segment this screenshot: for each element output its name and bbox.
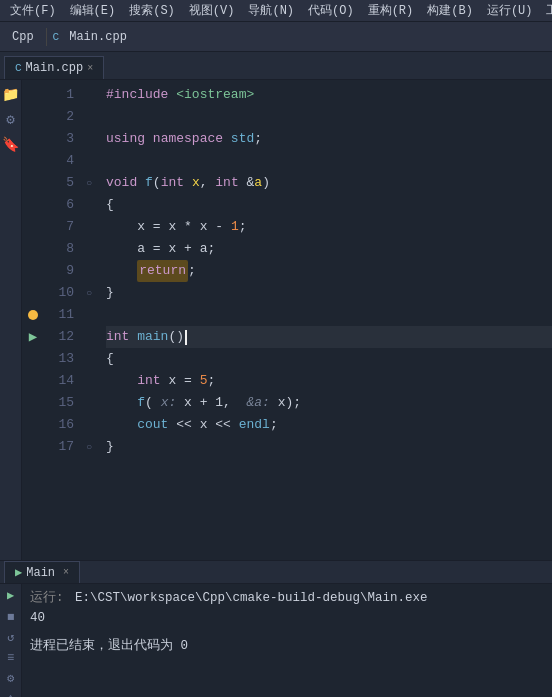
breakpoint-dot bbox=[28, 310, 38, 320]
brace-open-2: { bbox=[106, 348, 114, 370]
fold-empty-6 bbox=[82, 194, 96, 216]
run-icon: ▶ bbox=[15, 565, 22, 580]
sidebar-bookmark-icon[interactable]: 🔖 bbox=[0, 134, 21, 155]
menu-view[interactable]: 视图(V) bbox=[183, 0, 241, 21]
gutter-11 bbox=[22, 304, 44, 326]
output-value: 40 bbox=[30, 611, 45, 625]
fold-icon-5[interactable]: ○ bbox=[82, 172, 96, 194]
main-function: main bbox=[137, 326, 168, 348]
gutter-8 bbox=[22, 238, 44, 260]
menu-file[interactable]: 文件(F) bbox=[4, 0, 62, 21]
space bbox=[168, 84, 176, 106]
indent-6 bbox=[106, 414, 137, 436]
line-numbers: 12345 678910 1112131415 1617 bbox=[44, 80, 82, 560]
paren-close: ) bbox=[262, 172, 270, 194]
var-x-4: x bbox=[168, 238, 176, 260]
menu-edit[interactable]: 编辑(E) bbox=[64, 0, 122, 21]
space bbox=[161, 216, 169, 238]
code-editor[interactable]: #include <iostream> using namespace std;… bbox=[98, 80, 552, 560]
menu-bar: 文件(F) 编辑(E) 搜索(S) 视图(V) 导航(N) 代码(O) 重构(R… bbox=[0, 0, 552, 22]
fold-empty-1 bbox=[82, 84, 96, 106]
semi-2: ; bbox=[208, 238, 216, 260]
comma: , bbox=[200, 172, 216, 194]
sidebar-folder-icon[interactable]: 📁 bbox=[0, 84, 21, 105]
space bbox=[161, 370, 169, 392]
bottom-tab-close[interactable]: × bbox=[63, 567, 69, 578]
menu-navigate[interactable]: 导航(N) bbox=[242, 0, 300, 21]
menu-build[interactable]: 构建(B) bbox=[421, 0, 479, 21]
tab-main-cpp[interactable]: C Main.cpp × bbox=[4, 56, 104, 79]
fold-empty-12 bbox=[82, 326, 96, 348]
stop-action-icon[interactable]: ◼ bbox=[7, 609, 14, 624]
space bbox=[239, 172, 247, 194]
scroll-action-icon[interactable]: ≡ bbox=[7, 651, 14, 665]
semi-3: ; bbox=[188, 260, 196, 282]
return-keyword: return bbox=[137, 260, 188, 282]
num-5: 5 bbox=[200, 370, 208, 392]
tab-close-button[interactable]: × bbox=[87, 63, 93, 74]
stream-op-2: << bbox=[215, 414, 231, 436]
bottom-tab-label: Main bbox=[26, 566, 55, 580]
brace-close-1: } bbox=[106, 282, 114, 304]
space bbox=[192, 216, 200, 238]
bottom-tab-main[interactable]: ▶ Main × bbox=[4, 561, 80, 583]
semi-5: ; bbox=[270, 414, 278, 436]
code-line-7: x = x * x - 1; bbox=[106, 216, 552, 238]
toolbar: Cpp C Main.cpp bbox=[0, 22, 552, 52]
bottom-action-icons: ▶ ◼ ↺ ≡ ⚙ ↑ ↓ bbox=[0, 584, 22, 697]
toolbar-file: Main.cpp bbox=[63, 28, 133, 46]
code-line-12: int main() bbox=[106, 326, 552, 348]
space bbox=[161, 238, 169, 260]
gutter-4 bbox=[22, 150, 44, 172]
run-action-icon[interactable]: ▶ bbox=[7, 588, 14, 603]
comma-call: , bbox=[223, 392, 246, 414]
space bbox=[129, 326, 137, 348]
gutter-column: ▶ bbox=[22, 80, 44, 560]
var-a-2: a bbox=[200, 238, 208, 260]
param-a: a bbox=[254, 172, 262, 194]
bottom-panel-body: ▶ ◼ ↺ ≡ ⚙ ↑ ↓ 运行: E:\CST\workspace\Cpp\c… bbox=[0, 584, 552, 697]
gutter-3 bbox=[22, 128, 44, 150]
fold-icon-10[interactable]: ○ bbox=[82, 282, 96, 304]
code-line-14: int x = 5; bbox=[106, 370, 552, 392]
assign-2: = bbox=[153, 238, 161, 260]
var-x-3: x bbox=[200, 216, 208, 238]
plus: + bbox=[184, 238, 192, 260]
paren-open: ( bbox=[153, 172, 161, 194]
filter-action-icon[interactable]: ⚙ bbox=[7, 671, 14, 686]
ref-op: & bbox=[247, 172, 255, 194]
code-line-16: cout << x << endl; bbox=[106, 414, 552, 436]
up-action-icon[interactable]: ↑ bbox=[7, 692, 14, 697]
debug-arrow-icon: ▶ bbox=[29, 326, 37, 348]
cout-keyword: cout bbox=[137, 414, 168, 436]
semicolon: ; bbox=[254, 128, 262, 150]
fold-icon-17[interactable]: ○ bbox=[82, 436, 96, 458]
editor-tab-bar: C Main.cpp × bbox=[0, 52, 552, 80]
gutter-6 bbox=[22, 194, 44, 216]
menu-refactor[interactable]: 重构(R) bbox=[362, 0, 420, 21]
code-line-6: { bbox=[106, 194, 552, 216]
sidebar-structure-icon[interactable]: ⚙ bbox=[4, 109, 16, 130]
menu-search[interactable]: 搜索(S) bbox=[123, 0, 181, 21]
stream-op-1: << bbox=[176, 414, 192, 436]
var-x-2: x bbox=[168, 216, 176, 238]
namespace-name: std bbox=[231, 128, 254, 150]
space bbox=[137, 172, 145, 194]
cpp-tab-icon: C bbox=[15, 62, 22, 74]
code-line-1: #include <iostream> bbox=[106, 84, 552, 106]
rerun-action-icon[interactable]: ↺ bbox=[7, 630, 14, 645]
left-sidebar: 📁 ⚙ 🔖 bbox=[0, 80, 22, 560]
space bbox=[223, 216, 231, 238]
space bbox=[208, 216, 216, 238]
hint-x: x: bbox=[161, 392, 177, 414]
menu-tools[interactable]: 工具(T) bbox=[540, 0, 552, 21]
menu-code[interactable]: 代码(O) bbox=[302, 0, 360, 21]
space bbox=[145, 128, 153, 150]
menu-run[interactable]: 运行(U) bbox=[481, 0, 539, 21]
arg-x: x + 1 bbox=[184, 392, 223, 414]
parens-main: () bbox=[168, 326, 184, 348]
int-keyword-1: int bbox=[161, 172, 184, 194]
space bbox=[145, 238, 153, 260]
gutter-14 bbox=[22, 370, 44, 392]
var-x-main: x bbox=[168, 370, 176, 392]
